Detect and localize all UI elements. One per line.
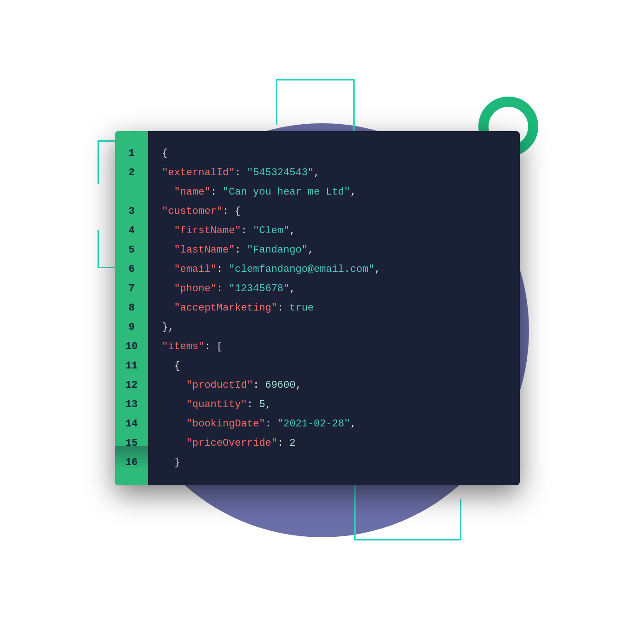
- line-num-14: 14: [115, 414, 148, 434]
- teal-line-bottom-horiz: [354, 539, 460, 540]
- line-num-8: 8: [115, 299, 148, 318]
- line-num-6: 6: [115, 260, 148, 279]
- code-line-1: {: [162, 144, 506, 163]
- line-num-2: 2: [115, 163, 148, 183]
- teal-line-top-left-vert: [276, 79, 277, 125]
- code-line-6: "email": "clemfandango@email.com",: [162, 260, 506, 279]
- line-num-3: 3: [115, 202, 148, 221]
- teal-line-left-vert2: [98, 230, 99, 267]
- code-line-8: "acceptMarketing": true: [162, 299, 506, 318]
- code-editor-panel: 1 2 3 4 5 6 7 8 9 10 11 12 13 14 15 16 {…: [115, 131, 520, 485]
- line-num-4: 4: [115, 221, 148, 241]
- code-line-12: "productId": 69600,: [162, 376, 506, 395]
- code-line-11: {: [162, 356, 506, 376]
- code-line-14: "bookingDate": "2021-02-28",: [162, 414, 506, 434]
- code-line-2b: "name": "Can you hear me Ltd",: [162, 183, 506, 202]
- line-numbers-sidebar: 1 2 3 4 5 6 7 8 9 10 11 12 13 14 15 16: [115, 131, 148, 485]
- code-line-4: "firstName": "Clem",: [162, 221, 506, 241]
- code-line-13: "quantity": 5,: [162, 395, 506, 414]
- line-num-11: 11: [115, 356, 148, 376]
- line-num-7: 7: [115, 279, 148, 299]
- teal-line-top-horizontal: [276, 79, 354, 80]
- line-num-9: 9: [115, 318, 148, 337]
- code-content: { "externalId": "545324543", "name": "Ca…: [148, 131, 520, 485]
- code-line-9: },: [162, 318, 506, 337]
- code-line-7: "phone": "12345678",: [162, 279, 506, 299]
- line-num-13: 13: [115, 395, 148, 414]
- code-line-10: "items": [: [162, 337, 506, 356]
- teal-line-left-vert1: [98, 140, 99, 184]
- line-num-1: 1: [115, 144, 148, 163]
- line-num-12: 12: [115, 376, 148, 395]
- teal-line-bottom-right-vert: [460, 499, 461, 540]
- panel-reflection: [115, 446, 520, 469]
- code-line-2a: "externalId": "545324543",: [162, 163, 506, 183]
- code-line-3: "customer": {: [162, 202, 506, 221]
- line-num-5: 5: [115, 241, 148, 260]
- code-line-5: "lastName": "Fandango",: [162, 241, 506, 260]
- scene: 1 2 3 4 5 6 7 8 9 10 11 12 13 14 15 16 {…: [69, 69, 575, 575]
- line-num-10: 10: [115, 337, 148, 356]
